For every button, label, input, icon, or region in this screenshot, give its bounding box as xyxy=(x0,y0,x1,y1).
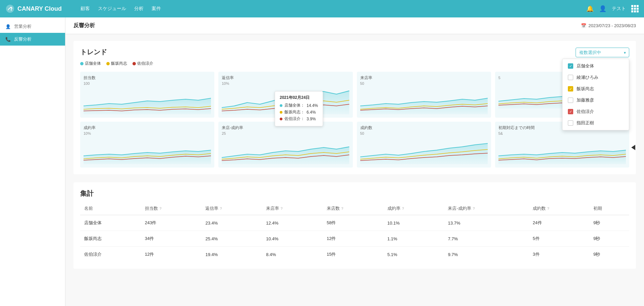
aggregation-section: 集計 名前 担当数？ 返信率？ 来店率？ 来店数？ 成約率？ 来店-成約率？ 成… xyxy=(73,182,636,269)
checkbox-2[interactable]: ✓ xyxy=(568,86,573,91)
chart-raiten-value: 50 xyxy=(360,81,488,85)
legend-dot-2 xyxy=(132,62,136,65)
cell-seiyaku-2: 5.1% xyxy=(383,247,444,262)
sidebar: 👤 営業分析 📞 反響分析 xyxy=(0,17,65,306)
cell-raiten-0: 12.4% xyxy=(262,215,323,231)
filter-select[interactable]: 複数選択中 xyxy=(576,48,629,57)
chart-raiten-seiyaku-label: 来店-成約率 xyxy=(222,125,349,131)
chart-heishin-area xyxy=(222,87,349,114)
topnav-right: 🔔 👤 テスト xyxy=(586,5,639,12)
notification-bell-button[interactable]: 🔔 xyxy=(586,5,594,12)
nav-analysis[interactable]: 分析 xyxy=(134,6,144,12)
content-area: トレンド 店舗全体 飯坂尚志 佐伯涼介 xyxy=(65,34,644,276)
col-raiten-seiyaku: 来店-成約率？ xyxy=(444,202,529,215)
legend-item-1: 飯坂尚志 xyxy=(106,61,127,66)
phone-icon: 📞 xyxy=(5,37,11,42)
col-seiyaku: 成約率？ xyxy=(383,202,444,215)
chart-initial-value: 5& xyxy=(498,131,626,135)
chart-raiten-seiyaku: 来店-成約率 25 xyxy=(218,122,353,168)
filter-dropdown-menu: ✓ 店舗全体 綾瀬ひろみ ✓ 飯坂尚志 加藤 xyxy=(562,59,629,130)
cell-seiyaku-1: 1.1% xyxy=(383,231,444,247)
chart-heishin: 返信率 10% xyxy=(218,72,353,118)
chart-heishin-svg xyxy=(222,87,349,114)
dropdown-label-2: 飯坂尚志 xyxy=(577,86,594,92)
user-name: テスト xyxy=(612,6,626,12)
col-tantou: 担当数？ xyxy=(141,202,202,215)
cell-tantou-0: 243件 xyxy=(141,215,202,231)
nav-customers[interactable]: 顧客 xyxy=(80,6,90,12)
checkbox-1[interactable] xyxy=(568,75,573,80)
col-heishin: 返信率？ xyxy=(201,202,262,215)
cell-initial-0: 9秒 xyxy=(589,215,629,231)
chart-heishin-value: 10% xyxy=(222,81,349,85)
sidebar-label-response: 反響分析 xyxy=(14,36,32,42)
checkbox-4[interactable]: ✓ xyxy=(568,109,573,114)
col-raiten-su: 来店数？ xyxy=(323,202,383,215)
chart-seiyaku-svg xyxy=(84,137,211,164)
svg-point-3 xyxy=(309,101,313,103)
checkbox-0[interactable]: ✓ xyxy=(568,63,573,69)
sidebar-item-sales[interactable]: 👤 営業分析 xyxy=(0,20,65,33)
cell-name-1: 飯坂尚志 xyxy=(80,231,141,247)
chart-seiyaku-su: 成約数 50 xyxy=(357,122,491,168)
checkbox-3[interactable] xyxy=(568,98,573,103)
topnav-links: 顧客 スケジュール 分析 案件 xyxy=(80,6,578,12)
cell-heishin-2: 19.4% xyxy=(201,247,262,262)
sidebar-item-response[interactable]: 📞 反響分析 xyxy=(0,33,65,46)
brand-name: CANARY Cloud xyxy=(17,5,62,12)
chart-raiten-seiyaku-value: 25 xyxy=(222,131,349,135)
help-heishin: ？ xyxy=(219,206,223,210)
legend-dot-1 xyxy=(106,62,110,65)
dropdown-item-0[interactable]: ✓ 店舗全体 xyxy=(562,60,629,72)
date-range-text: 2023/07/23 - 2023/08/23 xyxy=(588,23,636,28)
checkbox-5[interactable] xyxy=(568,120,573,126)
dropdown-item-1[interactable]: 綾瀬ひろみ xyxy=(562,72,629,83)
dropdown-item-2[interactable]: ✓ 飯坂尚志 xyxy=(562,83,629,95)
agg-table: 名前 担当数？ 返信率？ 来店率？ 来店数？ 成約率？ 来店-成約率？ 成約数？… xyxy=(80,202,629,262)
agg-title: 集計 xyxy=(80,189,629,198)
dropdown-item-4[interactable]: ✓ 佐伯涼介 xyxy=(562,106,629,117)
filter-select-wrapper: 複数選択中 xyxy=(576,48,629,57)
canary-logo-icon xyxy=(5,4,15,13)
help-raiten: ？ xyxy=(280,206,283,210)
table-row: 佐伯涼介 12件 19.4% 8.4% 15件 5.1% 9.7% 3件 9秒 xyxy=(80,247,629,262)
dropdown-item-3[interactable]: 加藤雅彦 xyxy=(562,95,629,106)
chart-heishin-label: 返信率 xyxy=(222,75,349,81)
dropdown-item-5[interactable]: 指田正樹 xyxy=(562,117,629,129)
user-avatar-button[interactable]: 👤 xyxy=(599,5,606,12)
chart-seiyaku-su-area xyxy=(360,137,488,164)
cell-initial-1: 9秒 xyxy=(589,231,629,247)
cell-seiyaku-su-0: 24件 xyxy=(529,215,589,231)
chart-raiten-svg xyxy=(360,87,488,114)
tooltip-dot-2 xyxy=(280,118,282,120)
cell-raiten-seiyaku-0: 13.7% xyxy=(444,215,529,231)
chart-seiyaku-area xyxy=(84,137,211,164)
table-row: 店舗全体 243件 23.4% 12.4% 58件 10.1% 13.7% 24… xyxy=(80,215,629,231)
cell-seiyaku-0: 10.1% xyxy=(383,215,444,231)
nav-schedule[interactable]: スケジュール xyxy=(98,6,126,12)
dropdown-label-1: 綾瀬ひろみ xyxy=(577,74,598,80)
chart-seiyaku-label: 成約率 xyxy=(84,125,211,131)
cell-tantou-2: 12件 xyxy=(141,247,202,262)
chart-tantou-area xyxy=(84,87,211,114)
svg-point-2 xyxy=(309,91,314,94)
page-title: 反響分析 xyxy=(73,22,95,29)
main-content: 反響分析 📅 2023/07/23 - 2023/08/23 トレンド 店舗全体 xyxy=(65,17,644,306)
svg-point-4 xyxy=(309,105,313,107)
person-icon: 👤 xyxy=(5,24,11,29)
nav-cases[interactable]: 案件 xyxy=(152,6,161,12)
col-seiyaku-su: 成約数？ xyxy=(529,202,589,215)
cell-name-0: 店舗全体 xyxy=(80,215,141,231)
apps-grid-button[interactable] xyxy=(631,5,639,12)
dropdown-label-4: 佐伯涼介 xyxy=(577,109,594,115)
calendar-icon: 📅 xyxy=(581,23,586,28)
chart-seiyaku: 成約率 10% xyxy=(80,122,214,168)
agg-header-row: 名前 担当数？ 返信率？ 来店率？ 来店数？ 成約率？ 来店-成約率？ 成約数？… xyxy=(80,202,629,215)
cell-seiyaku-su-1: 5件 xyxy=(529,231,589,247)
legend-label-0: 店舗全体 xyxy=(85,61,101,66)
help-tantou: ？ xyxy=(159,206,162,210)
chart-raiten: 来店率 50 xyxy=(357,72,491,118)
legend-item-0: 店舗全体 xyxy=(80,61,101,66)
cell-heishin-0: 23.4% xyxy=(201,215,262,231)
cell-raiten-su-0: 58件 xyxy=(323,215,383,231)
